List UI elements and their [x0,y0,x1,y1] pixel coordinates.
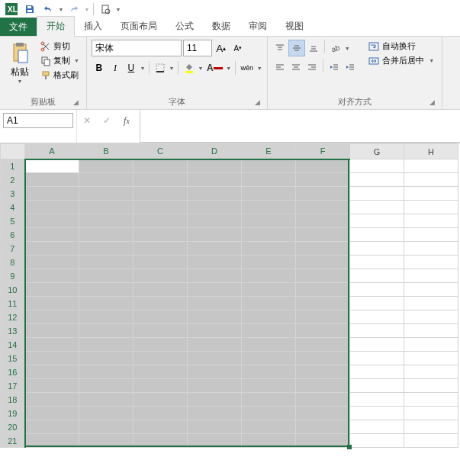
cell[interactable] [296,338,350,352]
cell[interactable] [25,338,79,352]
tab-file[interactable]: 文件 [0,18,37,36]
cell[interactable] [242,214,296,228]
cell[interactable] [350,379,404,393]
cell[interactable] [242,283,296,297]
cell[interactable] [296,420,350,434]
align-middle-button[interactable] [288,40,305,56]
row-header[interactable]: 11 [1,297,25,310]
cell[interactable] [296,352,350,365]
cell[interactable] [25,297,79,310]
column-header[interactable]: D [188,144,242,159]
cut-button[interactable]: 剪切 [38,40,82,53]
cell[interactable] [25,214,79,228]
undo-icon[interactable] [40,1,56,18]
cell[interactable] [404,379,458,393]
row-header[interactable]: 3 [1,187,25,201]
italic-button[interactable]: I [108,60,123,76]
cell[interactable] [188,420,242,434]
row-header[interactable]: 21 [1,434,25,448]
row-header[interactable]: 4 [1,201,25,214]
tab-page-layout[interactable]: 页面布局 [111,17,166,36]
cell[interactable] [350,407,404,420]
align-left-button[interactable] [272,59,288,76]
cell[interactable] [242,365,296,379]
cell[interactable] [404,256,458,269]
border-dropdown[interactable]: ▼ [169,60,175,76]
column-header[interactable]: A [25,144,79,159]
cell[interactable] [188,256,242,269]
cell[interactable] [25,434,79,448]
cell[interactable] [404,173,458,187]
column-header[interactable]: B [79,144,133,159]
font-name-input[interactable] [92,40,182,56]
border-button[interactable] [153,60,168,76]
tab-home[interactable]: 开始 [37,16,75,37]
cell[interactable] [242,407,296,420]
undo-dropdown[interactable]: ▼ [58,1,64,18]
cell[interactable] [350,214,404,228]
cell[interactable] [296,434,350,448]
redo-dropdown[interactable]: ▼ [84,1,90,18]
row-header[interactable]: 9 [1,269,25,283]
cell[interactable] [242,393,296,407]
cell[interactable] [350,269,404,283]
underline-button[interactable]: U [124,60,139,76]
cell[interactable] [350,187,404,201]
cell[interactable] [404,187,458,201]
cell[interactable] [79,173,133,187]
cell[interactable] [296,365,350,379]
cell[interactable] [350,159,404,173]
cell[interactable] [25,365,79,379]
cell[interactable] [133,324,188,338]
cell[interactable] [242,269,296,283]
decrease-indent-button[interactable] [327,59,342,76]
cell[interactable] [188,228,242,242]
cell[interactable] [79,420,133,434]
cell[interactable] [25,283,79,297]
cell[interactable] [296,228,350,242]
font-size-input[interactable] [183,40,212,56]
cell[interactable] [404,269,458,283]
row-header[interactable]: 6 [1,228,25,242]
cell[interactable] [133,228,188,242]
cell[interactable] [296,173,350,187]
row-header[interactable]: 7 [1,242,25,256]
cell[interactable] [296,393,350,407]
cell[interactable] [296,324,350,338]
cell[interactable] [25,393,79,407]
formula-enter-button[interactable]: ✓ [97,113,117,128]
merge-center-button[interactable]: 合并后居中▼ [365,54,437,67]
row-header[interactable]: 1 [1,159,25,173]
cell[interactable] [188,338,242,352]
cell[interactable] [404,297,458,310]
bold-button[interactable]: B [92,60,107,76]
cell[interactable] [242,159,296,173]
cell[interactable] [404,159,458,173]
cell[interactable] [188,407,242,420]
fill-color-dropdown[interactable]: ▼ [198,60,204,76]
cell[interactable] [133,393,188,407]
cell[interactable] [133,283,188,297]
cell[interactable] [242,434,296,448]
cell[interactable] [188,365,242,379]
cell[interactable] [133,379,188,393]
cell[interactable] [25,269,79,283]
copy-button[interactable]: 复制▼ [38,54,82,67]
cell[interactable] [79,201,133,214]
cell[interactable] [79,187,133,201]
column-header[interactable]: H [404,144,458,159]
cell[interactable] [133,269,188,283]
cell[interactable] [188,269,242,283]
cell[interactable] [242,324,296,338]
column-header[interactable]: F [296,144,350,159]
pinyin-button[interactable]: wén [239,60,256,76]
cell[interactable] [296,379,350,393]
cell[interactable] [350,297,404,310]
cell[interactable] [133,365,188,379]
cell[interactable] [404,214,458,228]
row-header[interactable]: 19 [1,407,25,420]
cell[interactable] [188,242,242,256]
cell[interactable] [133,434,188,448]
cell[interactable] [404,352,458,365]
cell[interactable] [242,297,296,310]
